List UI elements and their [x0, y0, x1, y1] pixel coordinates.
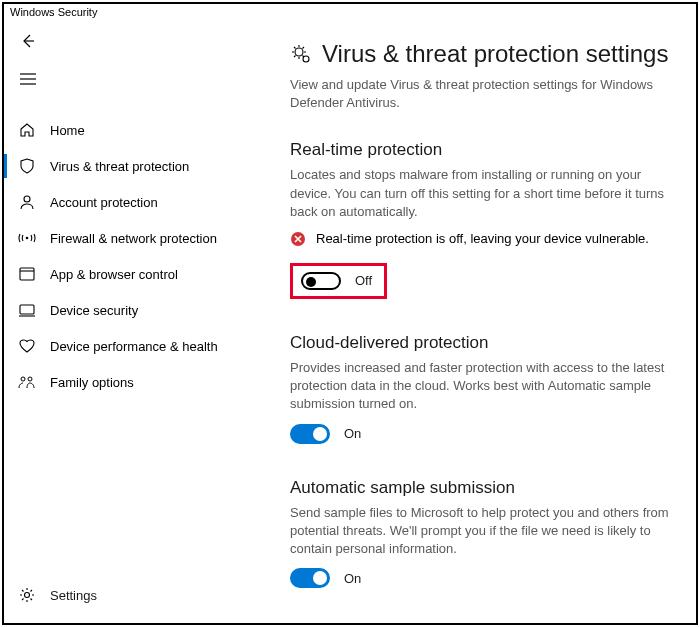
svg-point-5: [26, 237, 29, 240]
realtime-toggle[interactable]: [301, 272, 341, 290]
window-title: Windows Security: [4, 4, 696, 20]
sidebar-item-label: Device performance & health: [50, 339, 218, 354]
hamburger-icon: [20, 73, 36, 85]
realtime-toggle-highlight: Off: [290, 263, 387, 299]
shield-icon: [18, 157, 36, 175]
sidebar-item-firewall[interactable]: Firewall & network protection: [4, 220, 266, 256]
warning-text: Real-time protection is off, leaving you…: [316, 231, 649, 246]
sidebar-item-label: Account protection: [50, 195, 158, 210]
section-desc-cloud: Provides increased and faster protection…: [290, 359, 672, 414]
sidebar-item-family[interactable]: Family options: [4, 364, 266, 400]
menu-button[interactable]: [8, 64, 48, 94]
sidebar-item-label: Family options: [50, 375, 134, 390]
sidebar-item-label: Virus & threat protection: [50, 159, 189, 174]
section-title-realtime: Real-time protection: [290, 140, 672, 160]
sidebar-item-virus-threat[interactable]: Virus & threat protection: [4, 148, 266, 184]
home-icon: [18, 121, 36, 139]
sidebar-item-account[interactable]: Account protection: [4, 184, 266, 220]
arrow-left-icon: [20, 33, 36, 49]
sample-toggle-row: On: [290, 568, 672, 588]
person-icon: [18, 193, 36, 211]
cloud-toggle-row: On: [290, 424, 672, 444]
sidebar-footer: Settings: [4, 577, 266, 623]
main-content: Virus & threat protection settings View …: [266, 20, 696, 623]
sidebar-item-label: Firewall & network protection: [50, 231, 217, 246]
sidebar-item-label: Device security: [50, 303, 138, 318]
device-security-icon: [18, 301, 36, 319]
virus-settings-icon: [290, 43, 312, 65]
svg-point-13: [295, 48, 303, 56]
heart-icon: [18, 337, 36, 355]
svg-rect-6: [20, 268, 34, 280]
sidebar: Home Virus & threat protection Account p…: [4, 20, 266, 623]
realtime-toggle-label: Off: [355, 273, 372, 288]
error-icon: [290, 231, 306, 247]
svg-point-4: [24, 196, 30, 202]
page-subtitle: View and update Virus & threat protectio…: [290, 76, 672, 112]
app-window: Windows Security Home: [2, 2, 698, 625]
sample-toggle[interactable]: [290, 568, 330, 588]
svg-point-14: [303, 56, 309, 62]
sidebar-item-label: App & browser control: [50, 267, 178, 282]
section-desc-realtime: Locates and stops malware from installin…: [290, 166, 672, 221]
sidebar-item-device-security[interactable]: Device security: [4, 292, 266, 328]
svg-rect-8: [20, 305, 34, 314]
svg-point-12: [25, 593, 30, 598]
svg-point-11: [28, 377, 32, 381]
window-body: Home Virus & threat protection Account p…: [4, 20, 696, 623]
sample-toggle-label: On: [344, 571, 361, 586]
section-title-cloud: Cloud-delivered protection: [290, 333, 672, 353]
section-desc-sample: Send sample files to Microsoft to help p…: [290, 504, 672, 559]
app-browser-icon: [18, 265, 36, 283]
antenna-icon: [18, 229, 36, 247]
nav-list: Home Virus & threat protection Account p…: [4, 112, 266, 577]
sidebar-item-home[interactable]: Home: [4, 112, 266, 148]
sidebar-item-app-browser[interactable]: App & browser control: [4, 256, 266, 292]
page-header: Virus & threat protection settings: [290, 40, 672, 68]
gear-icon: [18, 586, 36, 604]
sidebar-item-settings[interactable]: Settings: [4, 577, 266, 613]
realtime-warning: Real-time protection is off, leaving you…: [290, 231, 672, 247]
back-button[interactable]: [8, 26, 48, 56]
family-icon: [18, 373, 36, 391]
sidebar-item-performance[interactable]: Device performance & health: [4, 328, 266, 364]
cloud-toggle[interactable]: [290, 424, 330, 444]
sidebar-item-label: Settings: [50, 588, 97, 603]
svg-point-10: [21, 377, 25, 381]
section-title-sample: Automatic sample submission: [290, 478, 672, 498]
cloud-toggle-label: On: [344, 426, 361, 441]
page-title: Virus & threat protection settings: [322, 40, 668, 68]
sidebar-item-label: Home: [50, 123, 85, 138]
